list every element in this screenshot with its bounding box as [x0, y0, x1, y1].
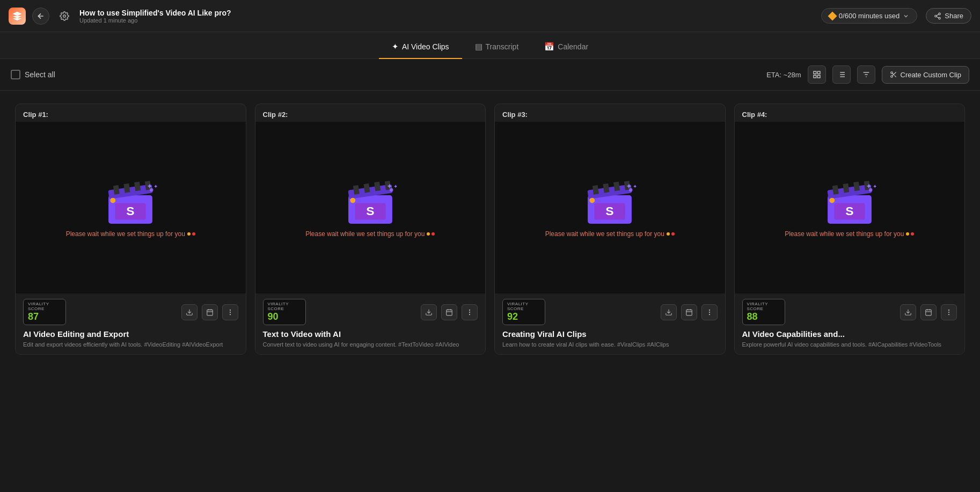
clip-title-4: AI Video Capabilities and...	[742, 329, 957, 339]
list-view-button[interactable]	[832, 65, 851, 84]
virality-badge-4: VIRALITYSCORE 88	[742, 299, 785, 325]
svg-point-27	[111, 198, 116, 203]
header-right: 0/600 minutes used Share	[821, 8, 971, 24]
download-button-1[interactable]	[181, 304, 198, 320]
clip-desc-2: Convert text to video using AI for engag…	[263, 341, 478, 349]
clip-thumbnail-1[interactable]: ✦ S	[16, 122, 246, 293]
svg-point-84	[829, 198, 835, 203]
clip-card-1: Clip #1: ✦ S	[15, 104, 246, 355]
virality-label-2: VIRALITYSCORE	[268, 302, 289, 311]
tab-ai-video-clips-label: AI Video Clips	[402, 42, 449, 51]
page-subtitle: Updated 1 minute ago	[79, 17, 815, 24]
clip-thumbnail-3[interactable]: ✦ S	[495, 122, 725, 293]
back-button[interactable]	[32, 8, 49, 25]
svg-text:✦: ✦	[393, 183, 397, 189]
tab-calendar-label: Calendar	[558, 42, 588, 51]
page-title: How to use Simplified's Video AI Like pr…	[79, 9, 815, 17]
more-options-button-2[interactable]	[462, 304, 478, 320]
clip-placeholder-icon-2: ✦ S	[343, 178, 397, 226]
virality-badge-1: VIRALITYSCORE 87	[23, 299, 66, 325]
virality-row-1: VIRALITYSCORE 87	[23, 299, 238, 325]
svg-text:✦: ✦	[633, 183, 637, 189]
share-button[interactable]: Share	[926, 8, 971, 24]
dot-2	[192, 232, 195, 236]
svg-text:✦: ✦	[153, 183, 157, 189]
clips-grid: Clip #1: ✦ S	[0, 91, 980, 368]
clip-loading-text-1: Please wait while we set things up for y…	[66, 230, 195, 238]
svg-text:S: S	[366, 204, 374, 218]
loading-dots-4	[906, 232, 914, 236]
scissors-icon	[890, 71, 897, 78]
filter-button[interactable]	[857, 65, 875, 84]
dot-1	[427, 232, 430, 236]
virality-row-3: VIRALITYSCORE 92	[502, 299, 718, 325]
dot-1	[187, 232, 191, 236]
schedule-button-1[interactable]	[202, 304, 218, 320]
loading-dots-2	[427, 232, 435, 236]
dot-2	[671, 232, 675, 236]
virality-label-3: VIRALITYSCORE	[507, 302, 529, 311]
grid-view-button[interactable]	[808, 65, 826, 84]
svg-point-46	[350, 198, 355, 203]
clip-actions-4	[900, 304, 957, 320]
sparkle-icon-4: ✦	[866, 182, 872, 190]
share-icon	[934, 12, 941, 20]
svg-point-92	[948, 310, 949, 310]
download-button-3[interactable]	[661, 304, 677, 320]
svg-point-65	[590, 198, 595, 203]
tab-ai-video-clips[interactable]: ✦ AI Video Clips	[379, 35, 462, 59]
dot-2	[432, 232, 435, 236]
virality-badge-3: VIRALITYSCORE 92	[502, 299, 545, 325]
svg-point-55	[469, 312, 470, 312]
download-button-4[interactable]	[900, 304, 916, 320]
svg-point-54	[469, 310, 470, 310]
svg-point-1	[939, 13, 941, 15]
svg-point-93	[948, 312, 949, 312]
svg-rect-6	[817, 75, 820, 78]
svg-point-73	[709, 310, 710, 310]
clip-thumbnail-4[interactable]: ✦ S	[735, 122, 965, 293]
more-options-button-1[interactable]	[222, 304, 238, 320]
svg-point-74	[709, 312, 710, 312]
schedule-button-4[interactable]	[920, 304, 937, 320]
svg-rect-88	[926, 310, 932, 315]
settings-button[interactable]	[56, 8, 73, 25]
ai-video-clips-icon: ✦	[392, 42, 399, 52]
virality-score-4: 88	[747, 311, 758, 322]
dot-2	[911, 232, 914, 236]
more-options-button-3[interactable]	[701, 304, 718, 320]
clip-title-2: Text to Video with AI	[263, 329, 478, 339]
select-all-checkbox[interactable]	[11, 70, 20, 79]
select-all-label[interactable]: Select all	[25, 70, 55, 79]
create-custom-clip-button[interactable]: Create Custom Clip	[882, 66, 969, 84]
svg-text:S: S	[845, 204, 853, 218]
clip-placeholder-icon-3: ✦ S	[583, 178, 637, 226]
minutes-used-button[interactable]: 0/600 minutes used	[821, 8, 917, 24]
toolbar-right: ETA: ~28m Cre	[766, 65, 969, 84]
svg-point-35	[230, 310, 230, 310]
more-options-button-4[interactable]	[941, 304, 957, 320]
svg-rect-4	[814, 71, 816, 74]
schedule-button-2[interactable]	[441, 304, 457, 320]
clip-card-3: Clip #3: ✦ S	[494, 104, 726, 355]
virality-label-4: VIRALITYSCORE	[747, 302, 769, 311]
svg-point-75	[709, 314, 710, 314]
tab-transcript[interactable]: ▤ Transcript	[462, 35, 532, 59]
svg-rect-5	[817, 71, 820, 74]
svg-point-37	[230, 314, 230, 314]
clip-label-1: Clip #1:	[16, 104, 246, 122]
svg-point-36	[230, 312, 230, 312]
loading-dots-3	[667, 232, 675, 236]
tabs-bar: ✦ AI Video Clips ▤ Transcript 📅 Calendar	[0, 32, 980, 59]
dot-1	[667, 232, 670, 236]
clip-thumbnail-2[interactable]: ✦ S	[255, 122, 486, 293]
clip-title-3: Creating Viral AI Clips	[502, 329, 718, 339]
tab-calendar[interactable]: 📅 Calendar	[531, 35, 601, 59]
sparkle-icon-3: ✦	[626, 182, 632, 190]
svg-point-56	[469, 314, 470, 314]
clip-footer-2: VIRALITYSCORE 90	[255, 293, 486, 354]
virality-score-1: 87	[28, 311, 39, 322]
schedule-button-3[interactable]	[681, 304, 697, 320]
svg-text:✦: ✦	[872, 183, 876, 189]
download-button-2[interactable]	[421, 304, 437, 320]
